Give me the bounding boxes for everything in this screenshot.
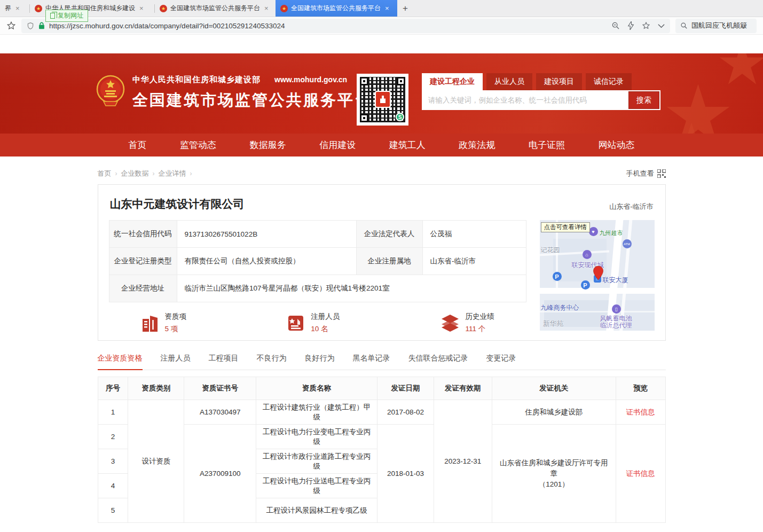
search-tab-credit-records[interactable]: 诚信记录 bbox=[586, 73, 632, 90]
cell-authority: 山东省住房和城乡建设厅许可专用章 （1201） bbox=[492, 425, 616, 523]
tab-bad-behavior[interactable]: 不良行为 bbox=[257, 354, 287, 370]
nav-item-data-services[interactable]: 数据服务 bbox=[250, 139, 286, 151]
tab-enterprise-qualifications[interactable]: 企业资质资格 bbox=[98, 354, 143, 370]
qr-eye bbox=[397, 77, 405, 85]
table-header-row: 序号 资质类别 资质证书号 资质名称 发证日期 发证有效期 发证机关 预览 bbox=[98, 377, 665, 400]
cell-index: 1 bbox=[98, 400, 128, 425]
cell-cert-number: A237009100 bbox=[184, 425, 256, 523]
copy-url-tooltip: 复制网址 bbox=[45, 10, 88, 22]
page-top-gap bbox=[0, 35, 763, 53]
breadcrumb-home[interactable]: 首页 bbox=[98, 169, 112, 178]
map-label-garden: 记花园 bbox=[541, 246, 560, 255]
reg-place-label: 企业注册属地 bbox=[356, 248, 422, 275]
cell-issue-date: 2017-08-02 bbox=[377, 400, 434, 425]
search-tab-projects[interactable]: 建设项目 bbox=[536, 73, 582, 90]
tab-label: 界 bbox=[5, 4, 11, 13]
https-lock-icon[interactable] bbox=[38, 22, 45, 29]
search-tab-construction-enterprise[interactable]: 建设工程企业 bbox=[422, 73, 483, 90]
url-text[interactable]: https://jzsc.mohurd.gov.cn/data/company/… bbox=[49, 22, 285, 30]
browser-toolbar: https://jzsc.mohurd.gov.cn/data/company/… bbox=[0, 17, 763, 35]
search-input[interactable] bbox=[422, 96, 628, 104]
nav-item-home[interactable]: 首页 bbox=[129, 139, 147, 151]
nav-item-supervision[interactable]: 监管动态 bbox=[180, 139, 216, 151]
map-label-business-center: 九峰商务中心 bbox=[541, 303, 579, 312]
nav-item-policies[interactable]: 政策法规 bbox=[459, 139, 495, 151]
qr-pattern: S bbox=[360, 77, 405, 122]
tab-projects[interactable]: 工程项目 bbox=[209, 354, 239, 370]
cell-cert-name: 工程设计电力行业变电工程专业丙级 bbox=[256, 425, 377, 449]
shield-icon[interactable] bbox=[27, 22, 34, 30]
address-bar[interactable]: https://jzsc.mohurd.gov.cn/data/company/… bbox=[21, 19, 670, 33]
map-label-supermarket: 九州超市 bbox=[600, 229, 623, 237]
col-cert-number: 资质证书号 bbox=[184, 377, 256, 400]
zoom-out-icon[interactable] bbox=[611, 21, 620, 30]
cell-cert-name: 工程设计电力行业送电工程专业丙级 bbox=[256, 474, 377, 498]
nav-item-workers[interactable]: 建筑工人 bbox=[389, 139, 426, 151]
bookmark-star-icon[interactable] bbox=[642, 21, 650, 30]
breadcrumb-company-data[interactable]: 企业数据 bbox=[121, 169, 149, 178]
tab-dishonesty-records[interactable]: 失信联合惩戒记录 bbox=[408, 354, 468, 370]
supermarket-poi-icon: ♥ bbox=[589, 227, 598, 236]
breadcrumb-separator-icon: › bbox=[190, 170, 192, 177]
tab-change-records[interactable]: 变更记录 bbox=[486, 354, 516, 370]
tab-label: 全国建筑市场监管公共服务平台 bbox=[170, 4, 260, 13]
browser-tab-strip: 界 × ★ 中华人民共和国住房和城乡建设 × ★ 全国建筑市场监管公共服务平台 … bbox=[0, 0, 763, 17]
tab-label: 全国建筑市场监管公共服务平台 bbox=[291, 4, 381, 13]
qr-code-icon[interactable] bbox=[657, 169, 666, 178]
tab-close-icon[interactable]: × bbox=[264, 4, 269, 12]
certificate-info-link[interactable]: 证书信息 bbox=[616, 425, 665, 523]
tab-blacklist[interactable]: 黑名单记录 bbox=[353, 354, 390, 370]
stat-value[interactable]: 10 名 bbox=[311, 324, 340, 334]
search-button[interactable]: 搜索 bbox=[628, 91, 659, 109]
nav-item-site-news[interactable]: 网站动态 bbox=[598, 139, 634, 151]
search-tab-practitioners[interactable]: 从业人员 bbox=[486, 73, 532, 90]
credit-code-value: 91371302675501022B bbox=[177, 221, 356, 248]
tab-registered-personnel[interactable]: 注册人员 bbox=[161, 354, 191, 370]
cell-index: 3 bbox=[98, 449, 128, 474]
breadcrumb-company-detail[interactable]: 企业详情 bbox=[159, 169, 186, 178]
col-issue-date: 发证日期 bbox=[377, 377, 434, 400]
cell-cert-number: A137030497 bbox=[184, 400, 256, 425]
chevron-down-icon[interactable] bbox=[658, 24, 665, 28]
tab-close-icon[interactable]: × bbox=[15, 4, 20, 12]
tab-close-icon[interactable]: × bbox=[385, 4, 389, 12]
qualification-table: 序号 资质类别 资质证书号 资质名称 发证日期 发证有效期 发证机关 预览 1 … bbox=[98, 377, 666, 523]
mobile-view-label[interactable]: 手机查看 bbox=[626, 169, 654, 178]
certificate-info-link[interactable]: 证书信息 bbox=[616, 400, 665, 425]
cell-issue-date: 2018-01-03 bbox=[377, 425, 434, 523]
flash-icon[interactable] bbox=[627, 21, 634, 30]
cell-authority: 住房和城乡建设部 bbox=[492, 400, 616, 425]
tab-good-behavior[interactable]: 良好行为 bbox=[305, 354, 335, 370]
favorites-star-icon[interactable] bbox=[6, 21, 16, 30]
nav-item-credit[interactable]: 信用建设 bbox=[319, 139, 356, 151]
stat-value[interactable]: 111 个 bbox=[466, 324, 494, 334]
browser-tab-jzsc[interactable]: ★ 全国建筑市场监管公共服务平台 × bbox=[155, 0, 276, 17]
breadcrumb-separator-icon: › bbox=[115, 170, 117, 177]
cell-cert-name: 工程设计建筑行业（建筑工程）甲级 bbox=[256, 400, 377, 425]
cell-index: 5 bbox=[98, 498, 128, 523]
browser-tab-partial[interactable]: 界 × bbox=[0, 0, 29, 17]
ministry-name: 中华人民共和国住房和城乡建设部 bbox=[132, 75, 261, 85]
tab-close-icon[interactable]: × bbox=[139, 4, 144, 12]
stat-qualifications: 资质项 5 项 bbox=[141, 312, 187, 334]
cell-cert-name: 工程设计市政行业道路工程专业丙级 bbox=[256, 449, 377, 474]
cell-valid-until: 2023-12-31 bbox=[434, 400, 492, 523]
news-search-box[interactable]: 国航回应飞机颠簸 bbox=[675, 19, 757, 33]
stat-value[interactable]: 5 项 bbox=[165, 324, 187, 334]
site-header: 中华人民共和国住房和城乡建设部 www.mohurd.gov.cn 全国建筑市场… bbox=[0, 53, 763, 134]
page-content: 首页 › 企业数据 › 企业详情 › 手机查看 山东中元建筑设计有限公司 山东省… bbox=[98, 169, 666, 523]
site-title-block: 中华人民共和国住房和城乡建设部 www.mohurd.gov.cn 全国建筑市场… bbox=[132, 75, 372, 111]
location-map[interactable]: 点击可查看详情 ♥ 九州超市 ATM 记花园 ⌂ 联安现代城 ⌂ 联安大厦 P … bbox=[540, 220, 655, 331]
browser-window: 界 × ★ 中华人民共和国住房和城乡建设 × ★ 全国建筑市场监管公共服务平台 … bbox=[0, 0, 763, 532]
stat-historical-performance: 历史业绩 111 个 bbox=[441, 312, 494, 334]
col-index: 序号 bbox=[98, 377, 128, 400]
detail-tabs: 企业资质资格 注册人员 工程项目 不良行为 良好行为 黑名单记录 失信联合惩戒记… bbox=[98, 354, 666, 370]
new-tab-button[interactable]: + bbox=[397, 0, 413, 17]
cell-cert-name: 工程设计风景园林工程专项乙级 bbox=[256, 498, 377, 523]
ministry-url: www.mohurd.gov.cn bbox=[274, 75, 347, 84]
qr-wechat-dot: S bbox=[396, 113, 404, 121]
company-card: 山东中元建筑设计有限公司 山东省-临沂市 统一社会信用代码 9137130267… bbox=[98, 184, 666, 341]
nav-item-e-certificates[interactable]: 电子证照 bbox=[529, 139, 565, 151]
browser-tab-active[interactable]: ★ 全国建筑市场监管公共服务平台 × bbox=[276, 0, 397, 17]
company-location-pin[interactable] bbox=[593, 266, 603, 280]
